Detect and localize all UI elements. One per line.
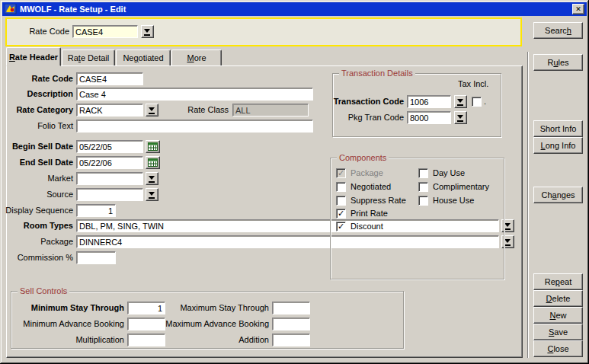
display-sequence-label: Display Sequence [0, 204, 73, 217]
transaction-code-lov-button[interactable] [454, 95, 467, 108]
commission-input[interactable] [76, 251, 116, 264]
display-sequence-input[interactable] [76, 204, 116, 217]
pkg-tran-code-lov-button[interactable] [454, 111, 467, 124]
negotiated-checkbox[interactable] [336, 182, 346, 192]
house-use-checkbox-label: House Use [433, 196, 474, 206]
source-label: Source [0, 188, 73, 201]
begin-sell-date-calendar-button[interactable] [146, 140, 160, 153]
transaction-code-input[interactable] [407, 95, 451, 108]
transaction-details-title: Transaction Details [339, 68, 415, 78]
commission-label: Commission % [0, 251, 73, 264]
close-button[interactable]: Close [533, 340, 583, 357]
rate-setup-window: MWOLF - Rate Setup - Edit ✕ Rate Code Ra… [0, 0, 589, 364]
tax-incl-checkbox[interactable] [472, 97, 482, 107]
rate-code-input[interactable] [76, 72, 143, 85]
discount-checkbox-label: Discount [351, 222, 383, 231]
maximum-advance-booking-input[interactable] [272, 318, 310, 330]
rules-button[interactable]: Rules [533, 54, 583, 71]
components-title: Components [337, 152, 389, 163]
end-sell-date-label: End Sell Date [0, 156, 73, 169]
folio-text-label: Folio Text [0, 120, 73, 133]
source-input[interactable] [76, 188, 143, 201]
short-info-button[interactable]: Short Info [533, 120, 583, 137]
description-input[interactable] [76, 88, 313, 101]
multiplication-label: Multiplication [11, 334, 124, 346]
tab-rate-header[interactable]: Rate Header [6, 47, 61, 66]
window-title: MWOLF - Rate Setup - Edit [20, 5, 572, 14]
tab-more[interactable]: More [171, 49, 222, 66]
market-lov-button[interactable] [146, 172, 158, 185]
delete-button[interactable]: Delete [533, 290, 583, 307]
maximum-stay-through-input[interactable] [272, 302, 310, 315]
rate-code-top-label: Rate Code [7, 25, 69, 38]
save-button[interactable]: Save [533, 324, 583, 340]
lov-arrow-icon [457, 98, 464, 106]
tax-incl-suffix: . [484, 97, 486, 106]
source-lov-button[interactable] [146, 188, 158, 201]
addition-input[interactable] [272, 334, 310, 346]
complimentary-checkbox[interactable] [418, 182, 428, 192]
transaction-code-label: Transaction Code [333, 95, 404, 108]
room-types-label: Room Types [0, 219, 73, 232]
lov-arrow-icon [149, 175, 155, 183]
addition-label: Addition [156, 334, 269, 346]
rate-code-top-input[interactable] [72, 25, 138, 38]
maximum-advance-booking-label: Maximum Advance Booking [156, 318, 269, 330]
new-button[interactable]: New [533, 307, 583, 324]
market-input[interactable] [76, 172, 143, 185]
begin-sell-date-input[interactable] [76, 140, 143, 153]
close-window-button[interactable]: ✕ [572, 4, 584, 14]
search-button[interactable]: Search [533, 22, 583, 39]
lov-arrow-icon [149, 191, 155, 199]
transaction-details-group: Transaction Details Tax Incl. Transactio… [332, 73, 501, 137]
pkg-tran-code-input[interactable] [407, 111, 451, 124]
minimum-stay-through-label: Minimum Stay Through [11, 302, 124, 315]
discount-checkbox[interactable]: ✓ [336, 222, 346, 231]
rate-category-input[interactable] [76, 104, 143, 117]
house-use-checkbox[interactable] [418, 196, 428, 206]
repeat-button[interactable]: Repeat [533, 273, 583, 290]
rate-category-lov-button[interactable] [146, 104, 158, 117]
rate-class-input [232, 104, 309, 117]
long-info-button[interactable]: Long Info [533, 137, 583, 154]
tax-incl-label: Tax Incl. [458, 79, 488, 88]
day-use-checkbox[interactable] [418, 168, 428, 178]
title-bar: MWOLF - Rate Setup - Edit ✕ [2, 2, 587, 16]
tab-negotiated[interactable]: Negotiated [116, 49, 171, 66]
sell-controls-group: Sell Controls Minimum Stay Through Maxim… [11, 291, 404, 349]
end-sell-date-calendar-button[interactable] [146, 156, 160, 169]
calendar-icon [148, 142, 158, 151]
rate-code-panel: Rate Code [5, 18, 522, 46]
suppress-rate-checkbox-label: Suppress Rate [351, 196, 406, 206]
market-label: Market [0, 172, 73, 185]
folio-text-input[interactable] [76, 120, 313, 133]
components-group: Components ✓ Package Negotiated Suppress… [330, 158, 504, 279]
pkg-tran-code-label: Pkg Tran Code [333, 111, 404, 124]
print-rate-checkbox[interactable]: ✓ [336, 209, 346, 219]
lov-arrow-icon [149, 107, 155, 114]
complimentary-checkbox-label: Complimentary [433, 182, 489, 192]
package-label: Package [0, 235, 73, 248]
print-rate-checkbox-label: Print Rate [351, 209, 388, 219]
package-checkbox: ✓ [336, 168, 346, 178]
calendar-icon [148, 158, 158, 167]
suppress-rate-checkbox[interactable] [336, 196, 346, 206]
end-sell-date-input[interactable] [76, 156, 143, 169]
lov-arrow-icon [504, 238, 511, 246]
rate-code-label: Rate Code [0, 72, 73, 85]
content-buttons-divider [527, 52, 529, 358]
lov-arrow-icon [457, 114, 464, 122]
package-checkbox-label: Package [351, 168, 383, 178]
changes-button[interactable]: Changes [533, 187, 583, 203]
rate-class-label: Rate Class [175, 104, 229, 117]
lov-arrow-icon [144, 28, 151, 36]
rate-code-lov-button[interactable] [141, 25, 154, 38]
maximum-stay-through-label: Maximum Stay Through [156, 302, 269, 315]
minimum-advance-booking-label: Minimum Advance Booking [11, 318, 124, 330]
app-icon [5, 4, 17, 14]
negotiated-checkbox-label: Negotiated [351, 182, 391, 192]
tab-rate-detail[interactable]: Rate Detail [62, 49, 115, 66]
day-use-checkbox-label: Day Use [433, 168, 465, 178]
lov-arrow-icon [504, 222, 511, 230]
sell-controls-title: Sell Controls [18, 286, 69, 296]
